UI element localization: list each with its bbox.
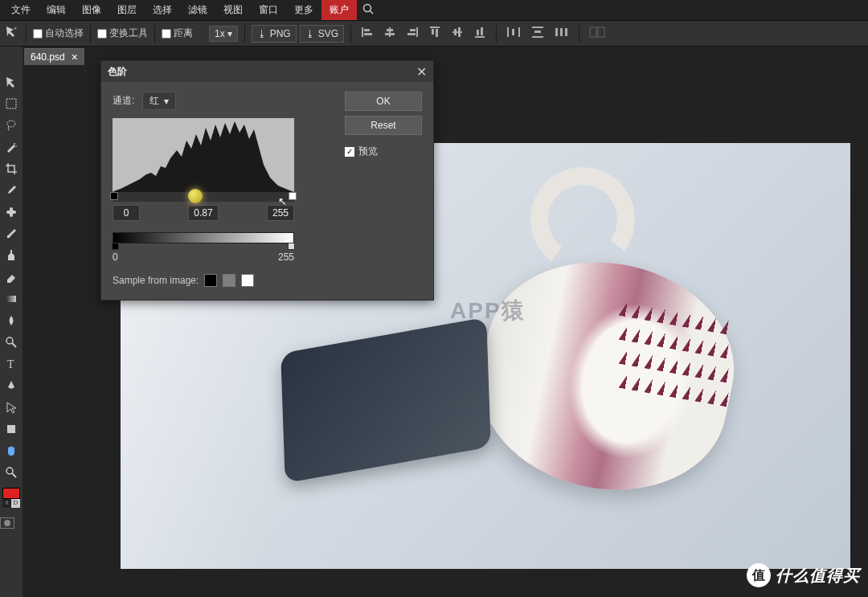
align-center-h-icon[interactable]	[380, 23, 399, 43]
brush-tool[interactable]	[0, 223, 23, 244]
options-bar: + 自动选择 变换工具 距离 1x▾ ⭳PNG ⭳SVG	[0, 21, 868, 47]
menu-bar: 文件 编辑 图像 图层 选择 滤镜 视图 窗口 更多 账户	[0, 0, 868, 21]
pen-tool[interactable]	[0, 374, 23, 396]
white-point-handle[interactable]	[289, 192, 297, 200]
gamma-handle[interactable]: ↖	[188, 189, 203, 203]
menu-file[interactable]: 文件	[3, 0, 39, 20]
svg-line-45	[12, 473, 16, 477]
input-black-field[interactable]: 0	[113, 205, 140, 221]
zoom-tool[interactable]	[0, 461, 23, 483]
svg-rect-24	[532, 27, 543, 28]
ok-button[interactable]: OK	[345, 92, 422, 111]
input-gamma-field[interactable]: 0.87	[188, 205, 218, 221]
menu-view[interactable]: 视图	[215, 0, 251, 20]
align-bottom-icon[interactable]	[470, 23, 489, 43]
eyedropper-tool[interactable]	[0, 179, 23, 201]
svg-rect-28	[560, 28, 563, 36]
sample-white-swatch[interactable]	[241, 274, 254, 287]
foreground-swatch[interactable]	[2, 488, 20, 499]
svg-rect-17	[458, 27, 461, 37]
more-options-icon[interactable]	[586, 24, 608, 43]
svg-rect-37	[10, 207, 13, 217]
sample-black-swatch[interactable]	[204, 274, 217, 287]
left-toolbar: T itD	[0, 47, 23, 597]
svg-line-41	[12, 343, 16, 347]
svg-rect-18	[475, 36, 485, 38]
type-tool[interactable]: T	[0, 353, 23, 374]
output-black-field[interactable]: 0	[113, 251, 118, 263]
export-svg-button[interactable]: ⭳SVG	[300, 25, 344, 43]
menu-window[interactable]: 窗口	[251, 0, 286, 20]
close-tab-icon[interactable]: ×	[72, 51, 78, 63]
magic-wand-tool[interactable]	[0, 136, 23, 157]
distribute-space-icon[interactable]	[551, 23, 572, 43]
svg-rect-20	[481, 27, 483, 35]
black-point-handle[interactable]	[110, 192, 118, 200]
svg-rect-31	[598, 27, 604, 37]
histogram	[113, 118, 294, 192]
move-tool[interactable]	[0, 71, 23, 92]
menu-layer[interactable]: 图层	[109, 0, 145, 20]
shape-tool[interactable]	[0, 418, 23, 440]
output-white-field[interactable]: 255	[278, 251, 294, 263]
sample-gray-swatch[interactable]	[223, 274, 235, 287]
clone-tool[interactable]	[0, 244, 23, 266]
input-white-field[interactable]: 255	[267, 205, 294, 221]
menu-account[interactable]: 账户	[321, 0, 357, 20]
logo-text: 什么值得买	[776, 565, 860, 587]
svg-rect-15	[452, 31, 462, 33]
auto-select-checkbox[interactable]: 自动选择	[33, 27, 84, 40]
distance-value	[196, 32, 206, 35]
reset-button[interactable]: Reset	[345, 116, 422, 135]
output-levels-slider[interactable]	[113, 232, 294, 243]
menu-select[interactable]: 选择	[145, 0, 180, 20]
dodge-tool[interactable]	[0, 331, 23, 353]
quick-mask-button[interactable]	[0, 517, 14, 529]
align-top-icon[interactable]	[425, 23, 444, 43]
lasso-tool[interactable]	[0, 114, 23, 136]
svg-rect-14	[436, 29, 438, 37]
svg-rect-39	[6, 296, 16, 302]
svg-rect-7	[387, 29, 393, 31]
document-tab[interactable]: 640.psd ×	[24, 48, 84, 65]
svg-rect-4	[364, 29, 370, 31]
dialog-close-icon[interactable]: ✕	[416, 64, 427, 80]
menu-filter[interactable]: 滤镜	[180, 0, 215, 20]
svg-rect-19	[477, 30, 479, 35]
menu-image[interactable]: 图像	[74, 0, 109, 20]
crop-tool[interactable]	[0, 157, 23, 179]
color-swatches[interactable]: itD	[0, 488, 23, 508]
zoom-dropdown[interactable]: 1x▾	[209, 26, 238, 42]
output-black-handle[interactable]	[112, 243, 119, 250]
gradient-tool[interactable]	[0, 288, 23, 309]
align-right-icon[interactable]	[403, 23, 422, 43]
marquee-tool[interactable]	[0, 92, 23, 114]
output-white-handle[interactable]	[288, 243, 295, 250]
distribute-v-icon[interactable]	[527, 23, 548, 43]
svg-rect-29	[565, 28, 567, 36]
export-png-button[interactable]: ⭳PNG	[252, 25, 297, 43]
menu-edit[interactable]: 编辑	[39, 0, 74, 20]
svg-point-33	[7, 121, 15, 127]
dialog-header[interactable]: 色阶 ✕	[101, 61, 433, 82]
hand-tool[interactable]	[0, 440, 23, 461]
align-center-v-icon[interactable]	[448, 23, 467, 43]
svg-rect-6	[389, 27, 391, 37]
distance-checkbox[interactable]: 距离	[162, 27, 193, 40]
svg-rect-23	[518, 27, 520, 37]
path-select-tool[interactable]	[0, 396, 23, 418]
transform-tool-checkbox[interactable]: 变换工具	[97, 27, 148, 40]
menu-more[interactable]: 更多	[286, 0, 321, 20]
healing-tool[interactable]	[0, 201, 23, 223]
input-levels-slider[interactable]: ↖	[113, 192, 294, 202]
blur-tool[interactable]	[0, 309, 23, 331]
align-left-icon[interactable]	[358, 23, 377, 43]
channel-dropdown[interactable]: 红▾	[142, 92, 176, 110]
search-icon[interactable]	[362, 2, 375, 18]
distribute-h-icon[interactable]	[503, 23, 524, 43]
eraser-tool[interactable]	[0, 266, 23, 288]
chevron-down-icon: ▾	[164, 96, 169, 107]
preview-checkbox[interactable]: ✓预览	[345, 145, 422, 158]
svg-point-44	[6, 468, 13, 474]
site-logo: 值 什么值得买	[747, 563, 860, 587]
